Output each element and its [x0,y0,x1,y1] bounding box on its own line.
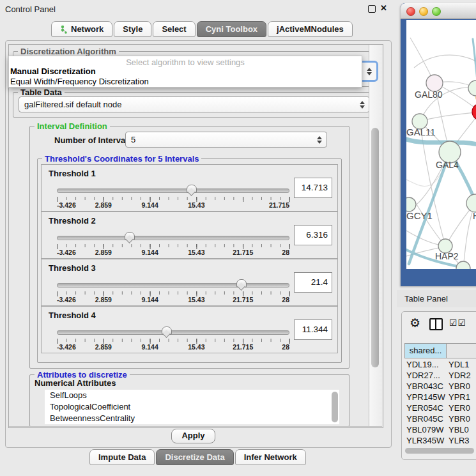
select-columns-icons[interactable]: ☑☑ [449,318,466,328]
close-icon[interactable]: ✕ [380,3,387,13]
algorithm-dropdown-popup: Select algorithm to view settings Manual… [8,56,362,88]
slider-track [57,330,289,335]
table-row[interactable]: YBR043CYBR0 [404,381,476,392]
threshold-3-value[interactable]: 21.4 [294,272,332,293]
apply-button[interactable]: Apply [171,429,215,443]
tick-labels: -3.426 2.859 9.144 15.43 21.715 28 [57,296,289,304]
threshold-3-label: Threshold 3 [49,263,96,273]
list-item[interactable]: TopologicalCoefficient [45,401,339,413]
table-header-row: shared... n [404,343,476,358]
node-label: GCY1 [406,210,433,221]
main-scrollbar-thumb[interactable] [371,128,379,367]
table-row[interactable]: YPR145WYPR1 [404,392,476,403]
network-graph: GAL80 G C GAL11 GAL4 GCY1 H HAP2 [406,20,476,269]
interval-definition-label: Interval Definition [35,121,110,131]
zoom-traffic-light-icon[interactable] [432,7,441,16]
minimize-traffic-light-icon[interactable] [419,7,428,16]
threshold-4-slider[interactable] [57,326,289,339]
table-data-label: Table Data [18,88,65,97]
dropdown-option-equal-width[interactable]: Equal Width/Frequency Discretization [10,77,149,86]
threshold-3-slider[interactable] [57,279,289,291]
close-traffic-light-icon[interactable] [406,7,415,16]
numerical-attributes-list[interactable]: SelfLoops TopologicalCoefficient Between… [45,390,339,424]
attributes-scrollbar[interactable] [332,392,338,422]
tab-infer-network[interactable]: Infer Network [235,449,306,465]
slider-track [57,236,289,240]
threshold-1-value[interactable]: 14.713 [294,178,332,198]
threshold-2-slider[interactable] [57,231,289,244]
tab-style[interactable]: Style [114,21,151,37]
node-label: GAL4 [436,160,459,170]
tab-network[interactable]: Network [51,21,112,37]
stepper-icon [367,68,372,75]
tab-discretize-data[interactable]: Discretize Data [156,449,233,465]
tick-labels: -3.426 2.859 9.144 15.43 21.715 [57,201,289,210]
control-panel-titlebar: Control Panel ✕ [0,0,396,18]
panel-title: Control Panel [5,4,56,14]
table-row[interactable]: YBR045CYBR0 [404,413,476,424]
threshold-2-label: Threshold 2 [49,216,96,226]
tab-network-label: Network [71,22,104,36]
node-label: GAL11 [406,127,436,137]
column-layout-icon[interactable] [429,318,443,330]
stepper-icon [360,101,365,109]
node-label: HAP2 [435,251,459,261]
threshold-1-row: Threshold 1 -3.426 2.859 9.144 15.43 21.… [41,164,338,211]
threshold-4-row: Threshold 4 -3.426 2.859 9.144 15.43 21.… [41,306,338,353]
list-item[interactable]: BetweennessCentrality [45,413,339,424]
gear-icon[interactable]: ⚙ [410,316,420,330]
node-bottom[interactable] [456,261,470,269]
num-intervals-label: Number of Intervals [54,135,132,145]
discretization-algorithm-label: Discretization Algorithm [18,47,119,56]
slider-handle[interactable] [162,326,172,335]
table-row[interactable]: YBL079WYBL0 [404,424,476,435]
network-icon [60,25,68,34]
slider-handle[interactable] [187,185,197,193]
tick-labels: -3.426 2.859 9.144 15.43 21.715 28 [57,249,289,257]
stepper-icon [317,136,322,144]
table-data-combo[interactable]: galFiltered.sif default node [19,96,370,112]
table-row[interactable]: YIL052CYIL0 [404,446,476,447]
table-row[interactable]: YDR27...YDR2 [404,370,476,381]
table-body[interactable]: YDL19...YDL1 YDR27...YDR2 YBR043CYBR0 YP… [404,359,476,447]
dropdown-option-manual[interactable]: Manual Discretization [10,66,96,76]
num-intervals-value: 5 [131,135,135,144]
threshold-2-value[interactable]: 6.316 [294,225,332,245]
threshold-4-label: Threshold 4 [49,311,96,320]
slider-track [57,188,289,193]
threshold-1-label: Threshold 1 [49,169,96,178]
column-header-name[interactable]: n [447,343,476,358]
table-row[interactable]: YDL19...YDL1 [404,359,476,370]
network-window-titlebar [401,3,476,19]
tab-cyni-toolbox[interactable]: Cyni Toolbox [197,21,266,37]
divider [9,426,382,427]
tab-select[interactable]: Select [153,21,195,37]
float-window-icon[interactable] [368,5,376,13]
node-label: GAL80 [415,89,443,100]
slider-handle[interactable] [125,232,135,240]
horizontal-scrollbar-thumb[interactable] [405,448,474,454]
threshold-coordinates-label: Threshold's Coordinates for 5 Intervals [42,154,201,164]
num-intervals-combo[interactable]: 5 [125,132,327,148]
numerical-attributes-label: Numerical Attributes [35,378,116,388]
threshold-2-row: Threshold 2 -3.426 2.859 9.144 15.43 21.… [41,211,338,259]
table-row[interactable]: YLR345WYLR3 [404,435,476,446]
threshold-4-value[interactable]: 11.344 [294,319,332,340]
tab-jactivemnodules[interactable]: jActiveMNodules [268,21,353,37]
column-header-shared-name[interactable]: shared... [404,343,447,358]
threshold-1-slider[interactable] [57,184,289,197]
dropdown-hint: Select algorithm to view settings [9,58,362,67]
table-panel-title: Table Panel [404,294,448,303]
table-row[interactable]: YER054CYER0 [404,403,476,413]
table-data-value: galFiltered.sif default node [24,100,121,109]
node-gcy1[interactable] [406,197,416,211]
node-right-mid[interactable] [466,194,476,212]
slider-track [57,283,289,288]
network-view-window[interactable]: GAL80 G C GAL11 GAL4 GCY1 H HAP2 [401,3,476,286]
list-item[interactable]: SelfLoops [45,390,339,401]
network-canvas[interactable]: GAL80 G C GAL11 GAL4 GCY1 H HAP2 [406,20,476,269]
slider-handle[interactable] [236,279,247,288]
bottom-tab-bar: Impute Data Discretize Data Infer Networ… [89,449,307,465]
node-label: H [473,211,476,221]
tab-impute-data[interactable]: Impute Data [89,449,155,465]
